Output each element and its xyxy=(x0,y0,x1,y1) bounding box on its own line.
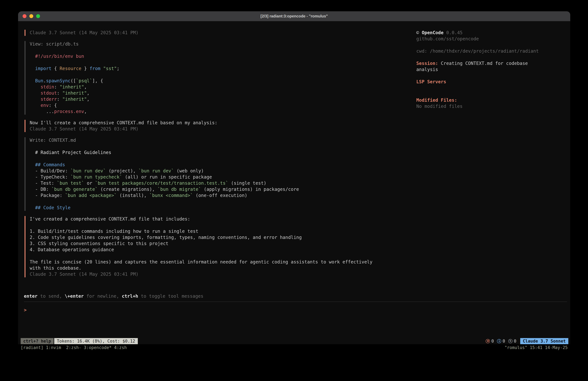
diagnostic-count: 0 xyxy=(503,338,505,343)
diagnostics: W0i0h0 xyxy=(483,338,516,343)
text-line: 4. Database operations guidance xyxy=(30,247,409,253)
text-segment: process.env xyxy=(54,109,84,114)
text-segment: `bun test packages/core/test/transaction… xyxy=(95,180,228,186)
text-segment: 3. CSS styling conventions specific to t… xyxy=(30,241,168,246)
text-segment: Write: CONTEXT.md xyxy=(30,137,76,143)
prompt-input[interactable]: > xyxy=(24,307,567,313)
text-segment: "inherit" xyxy=(62,90,87,96)
tokens-cost-chip: Tokens: 16.4K (8%), Cost: $0.12 xyxy=(54,338,138,344)
text-segment: } xyxy=(81,66,89,71)
text-segment: Now I'll create a comprehensive CONTEXT.… xyxy=(30,120,217,125)
text-line xyxy=(416,85,558,91)
text-segment: Resource xyxy=(60,66,81,71)
text-line: #!/usr/bin/env bun xyxy=(30,53,409,59)
text-line: stdout: "inherit", xyxy=(30,90,409,96)
text-segment: ## Commands xyxy=(30,162,65,167)
text-segment: cwd: /home/thdxr/dev/projects/radiant/ra… xyxy=(416,48,539,54)
text-segment: github.com/sst/opencode xyxy=(416,36,479,41)
text-segment: Claude 3.7 Sonnet (14 May 2025 03:41 PM) xyxy=(30,271,138,277)
text-segment: View: script/db.ts xyxy=(30,41,79,46)
text-segment: I've created a comprehensive CONTEXT.md … xyxy=(30,216,190,222)
text-line: analysis xyxy=(416,67,558,73)
text-segment: `bun run dev` xyxy=(138,168,174,173)
text-line: stderr: "inherit", xyxy=(30,96,409,102)
text-line: ## Commands xyxy=(30,162,409,168)
text-line xyxy=(30,253,409,259)
model-badge: Claude 3.7 Sonnet xyxy=(520,338,568,344)
text-segment: stdout xyxy=(41,90,57,96)
text-segment xyxy=(30,78,35,83)
text-segment: stdin xyxy=(41,84,54,90)
text-line: with this codebase. xyxy=(30,265,409,271)
text-segment: analysis xyxy=(416,67,438,72)
help-shortcut-chip: ctrl+? help xyxy=(21,338,54,344)
text-segment: "inherit" xyxy=(62,96,87,102)
text-line: 2. Code style guidelines covering import… xyxy=(30,234,409,241)
text-line xyxy=(30,47,409,53)
text-line: - Test: `bun test` or `bun test packages… xyxy=(30,180,409,186)
text-segment xyxy=(100,66,103,71)
text-segment: : { xyxy=(49,103,57,108)
text-segment: - DB: xyxy=(30,187,51,192)
text-line: env: { xyxy=(30,102,409,109)
window-bottom-fill xyxy=(18,351,570,357)
screen: [2/3] radiant:3:opencode - "romulus" Cla… xyxy=(0,0,588,381)
text-line: import { Resource } from "sst"; xyxy=(30,66,409,72)
text-line xyxy=(30,143,409,150)
text-line: Claude 3.7 Sonnet (14 May 2025 03:41 PM) xyxy=(30,126,409,132)
text-segment: spawnSync xyxy=(46,78,70,83)
text-line: 1. Build/lint/test commands including ho… xyxy=(30,228,409,234)
diagnostic-h: h0 xyxy=(508,338,516,343)
text-segment: 1. Build/lint/test commands including ho… xyxy=(30,229,198,234)
diagnostic-count: 0 xyxy=(514,338,516,343)
diagnostic-W: W0 xyxy=(486,338,494,343)
text-segment: Bun xyxy=(35,78,43,83)
text-segment xyxy=(30,90,41,96)
text-line xyxy=(30,72,409,78)
text-segment: Claude 3.7 Sonnet (14 May 2025 03:41 PM) xyxy=(30,126,138,132)
text-segment xyxy=(30,66,35,71)
text-line: - DB: `bun db generate` (create migratio… xyxy=(30,186,409,192)
tmux-host-clock: "romulus" 15:41 14-May-25 xyxy=(504,345,568,350)
diagnostic-i-icon: i xyxy=(497,339,501,343)
text-segment: \+enter xyxy=(65,293,84,299)
close-button[interactable] xyxy=(22,14,26,18)
text-segment: `bun test` xyxy=(57,180,84,186)
text-line xyxy=(30,222,409,228)
text-segment: (project), xyxy=(106,168,138,173)
text-line xyxy=(416,91,558,97)
text-segment xyxy=(30,96,41,102)
text-line xyxy=(416,54,558,60)
text-segment: (single test) xyxy=(228,180,266,186)
text-segment: `bun db generate` xyxy=(51,187,98,192)
text-segment: (create migrations), xyxy=(98,187,157,192)
text-line xyxy=(30,156,409,162)
text-line xyxy=(30,59,409,66)
text-segment: LSP Servers xyxy=(416,79,446,84)
text-segment: or xyxy=(84,180,95,186)
text-segment xyxy=(30,103,41,108)
text-segment: , xyxy=(87,90,89,96)
text-segment: `bun run typecheck` xyxy=(70,174,122,179)
text-segment: , xyxy=(87,96,89,102)
opencode-tui: Claude 3.7 Sonnet (14 May 2025 03:41 PM)… xyxy=(18,21,570,338)
text-segment: `bun add <package>` xyxy=(65,193,117,198)
text-line: The file is concise (20 lines) and captu… xyxy=(30,259,409,265)
traffic-lights xyxy=(22,11,40,21)
text-segment: , xyxy=(84,84,87,90)
minimize-button[interactable] xyxy=(29,14,33,18)
text-line: Claude 3.7 Sonnet (14 May 2025 03:41 PM) xyxy=(30,30,409,36)
tmux-windows-list[interactable]: [radiant] 1:nvim 2:zsh- 3:opencode* 4:zs… xyxy=(21,345,127,350)
tmux-status-bar: [radiant] 1:nvim 2:zsh- 3:opencode* 4:zs… xyxy=(18,344,570,351)
text-segment: Modified Files: xyxy=(416,97,457,103)
zoom-button[interactable] xyxy=(36,14,40,18)
prompt-caret: > xyxy=(24,307,27,313)
text-line: No modified files xyxy=(416,103,558,110)
text-segment: for newline, xyxy=(84,293,122,299)
text-segment: (install), xyxy=(117,193,149,198)
sidebar-lines: © OpenCode 0.0.45github.com/sst/opencode… xyxy=(416,30,558,110)
text-line: Bun.spawnSync([`psql`], { xyxy=(30,78,409,84)
text-segment: with this codebase. xyxy=(30,265,81,270)
help-line: enter to send, \+enter for newline, ctrl… xyxy=(24,293,567,299)
text-segment: (apply migrations) in packages/core xyxy=(201,187,299,192)
